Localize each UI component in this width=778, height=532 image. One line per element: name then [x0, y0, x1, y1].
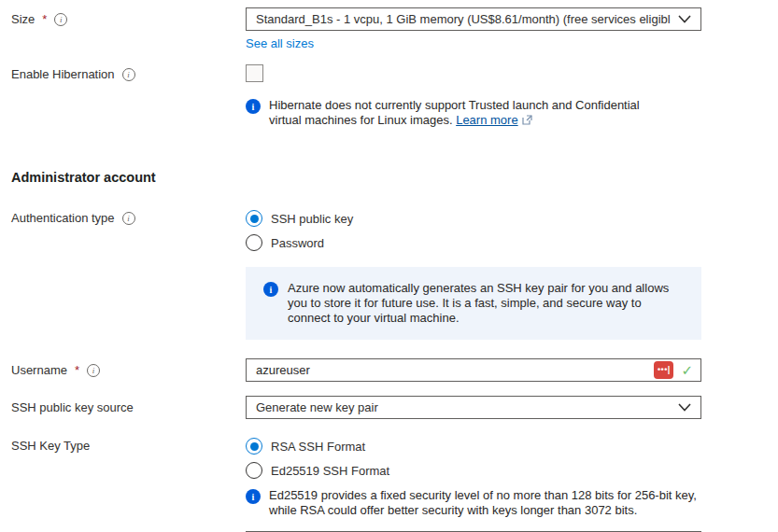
info-filled-icon: i: [246, 99, 261, 114]
required-asterisk: *: [42, 12, 47, 26]
size-dropdown[interactable]: Standard_B1s - 1 vcpu, 1 GiB memory (US$…: [246, 7, 701, 31]
chevron-down-icon: [678, 15, 691, 23]
hibernation-label-text: Enable Hibernation: [11, 67, 115, 81]
hibernate-note: i Hibernate does not currently support T…: [246, 98, 701, 129]
info-filled-icon: i: [263, 282, 278, 297]
radio-password-label: Password: [271, 236, 324, 250]
username-field-wrapper: •••| ✓: [246, 358, 701, 382]
administrator-account-heading: Administrator account: [11, 170, 778, 185]
vm-create-form: Size* i Standard_B1s - 1 vcpu, 1 GiB mem…: [0, 0, 778, 532]
key-source-dropdown-value: Generate new key pair: [256, 400, 671, 414]
key-source-row: SSH public key source Generate new key p…: [11, 396, 778, 419]
hibernate-note-body: Hibernate does not currently support Tru…: [269, 98, 640, 127]
key-type-label-text: SSH Key Type: [11, 439, 90, 453]
ed25519-note-text: Ed25519 provides a fixed security level …: [269, 488, 700, 518]
size-label-text: Size: [11, 12, 35, 26]
key-source-label-text: SSH public key source: [11, 400, 134, 414]
radio-ssh-public-key-label: SSH public key: [271, 212, 353, 226]
password-manager-icon[interactable]: •••|: [654, 361, 673, 379]
size-row: Size* i Standard_B1s - 1 vcpu, 1 GiB mem…: [11, 7, 778, 50]
username-row: Username* i •••| ✓: [11, 358, 778, 382]
radio-ssh-public-key[interactable]: SSH public key: [246, 206, 701, 231]
key-type-row: SSH Key Type RSA SSH Format Ed25519 SSH …: [11, 434, 778, 518]
info-icon[interactable]: i: [54, 13, 67, 26]
info-icon[interactable]: i: [122, 212, 135, 225]
radio-rsa-ssh-format[interactable]: RSA SSH Format: [246, 434, 701, 458]
required-asterisk: *: [75, 363, 79, 377]
radio-unselected-icon: [246, 234, 262, 251]
ed25519-note: i Ed25519 provides a fixed security leve…: [246, 488, 701, 518]
ssh-infobox-text: Azure now automatically generates an SSH…: [288, 281, 686, 326]
info-icon[interactable]: i: [87, 364, 100, 377]
info-filled-icon: i: [246, 489, 261, 504]
learn-more-link[interactable]: Learn more: [456, 113, 517, 127]
key-source-label: SSH public key source: [11, 396, 246, 414]
ssh-infobox: i Azure now automatically generates an S…: [246, 267, 701, 340]
external-link-icon: [522, 114, 532, 129]
hibernation-row: Enable Hibernation i: [11, 63, 778, 82]
radio-rsa-label: RSA SSH Format: [271, 440, 365, 454]
key-source-dropdown[interactable]: Generate new key pair: [246, 396, 701, 419]
size-dropdown-value: Standard_B1s - 1 vcpu, 1 GiB memory (US$…: [256, 12, 671, 26]
radio-ed25519-label: Ed25519 SSH Format: [271, 464, 389, 478]
hibernate-note-text: Hibernate does not currently support Tru…: [269, 98, 656, 129]
radio-password[interactable]: Password: [246, 231, 701, 255]
ssh-infobox-row: i Azure now automatically generates an S…: [11, 267, 778, 340]
username-input[interactable]: [256, 359, 654, 381]
radio-selected-icon: [246, 210, 262, 227]
username-label: Username* i: [11, 358, 246, 377]
hibernation-label: Enable Hibernation i: [11, 63, 246, 81]
chevron-down-icon: [678, 403, 691, 412]
valid-check-icon: ✓: [681, 362, 693, 379]
username-label-text: Username: [11, 363, 67, 377]
size-label: Size* i: [11, 7, 246, 26]
authentication-type-label: Authentication type i: [11, 206, 246, 225]
hibernation-checkbox[interactable]: [246, 64, 263, 82]
radio-unselected-icon: [246, 462, 262, 479]
key-type-label: SSH Key Type: [11, 434, 246, 453]
authentication-type-label-text: Authentication type: [11, 211, 115, 225]
see-all-sizes-link[interactable]: See all sizes: [246, 36, 314, 50]
radio-ed25519-ssh-format[interactable]: Ed25519 SSH Format: [246, 458, 701, 483]
authentication-type-row: Authentication type i SSH public key Pas…: [11, 206, 778, 255]
hibernate-note-row: i Hibernate does not currently support T…: [11, 98, 778, 129]
info-icon[interactable]: i: [122, 68, 135, 81]
radio-selected-icon: [246, 438, 262, 455]
